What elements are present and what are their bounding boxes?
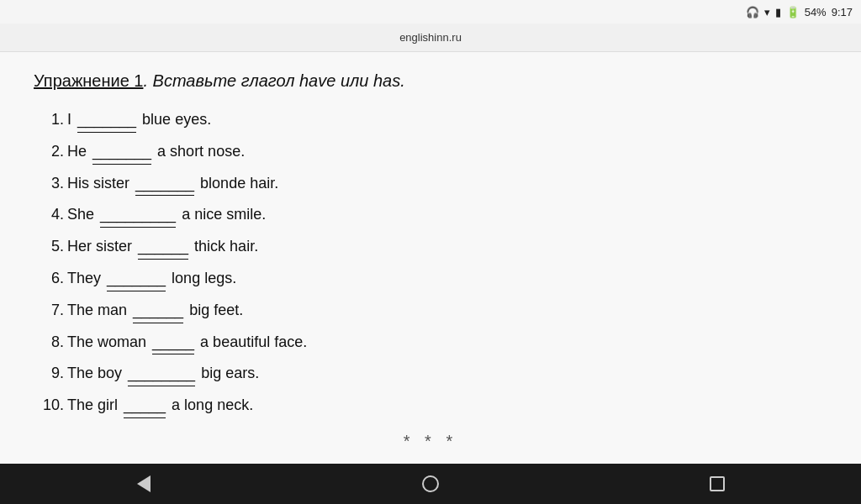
list-item: 2.He _______ a short nose.	[34, 139, 827, 165]
list-item: 8.The woman _____ a beautiful face.	[34, 330, 827, 355]
url-text: englishinn.ru	[399, 31, 462, 44]
exercise-title: Упражнение 1. Вставьте глагол have или h…	[34, 69, 827, 92]
item-text: The woman _____ a beautiful face.	[67, 330, 307, 355]
item-text: His sister _______ blonde hair.	[67, 171, 278, 197]
item-text: Her sister ______ thick hair.	[67, 234, 258, 260]
list-item: 10.The girl _____ a long neck.	[34, 393, 827, 418]
blank-field: ________	[128, 361, 195, 386]
item-number: 2.	[34, 139, 64, 164]
item-number: 10.	[34, 393, 64, 417]
item-number: 9.	[34, 361, 64, 386]
list-item: 1.I _______ blue eyes.	[34, 108, 827, 133]
item-number: 8.	[34, 330, 64, 354]
list-item: 6.They _______ long legs.	[34, 266, 827, 291]
item-text: She _________ a nice smile.	[67, 202, 266, 228]
item-text: The boy ________ big ears.	[67, 361, 259, 386]
blank-field: _______	[107, 266, 166, 291]
back-button[interactable]	[129, 469, 159, 499]
divider: * * *	[34, 432, 827, 451]
home-icon	[422, 475, 439, 492]
item-number: 6.	[34, 266, 64, 291]
exercise-list: 1.I _______ blue eyes.2.He _______ a sho…	[34, 108, 827, 418]
home-button[interactable]	[415, 469, 446, 499]
status-bar: 🎧 ▾ ▮ 🔋 54% 9:17	[0, 0, 861, 24]
url-bar[interactable]: englishinn.ru	[0, 24, 861, 52]
blank-field: _______	[92, 139, 151, 165]
recents-icon	[710, 476, 725, 491]
list-item: 5.Her sister ______ thick hair.	[34, 234, 827, 260]
exercise-title-underline: Упражнение 1	[34, 71, 143, 90]
item-number: 7.	[34, 298, 64, 323]
time-display: 9:17	[832, 6, 853, 18]
exercise-title-body: . Вставьте глагол have или has.	[143, 71, 404, 90]
item-text: The girl _____ a long neck.	[67, 393, 253, 418]
list-item: 3.His sister _______ blonde hair.	[34, 171, 827, 197]
back-icon	[137, 475, 151, 492]
blank-field: ______	[138, 234, 188, 260]
item-number: 1.	[34, 108, 64, 132]
item-text: He _______ a short nose.	[67, 139, 245, 165]
battery-icon: 🔋	[786, 6, 800, 18]
list-item: 9.The boy ________ big ears.	[34, 361, 827, 386]
item-number: 5.	[34, 234, 64, 259]
blank-field: _____	[152, 330, 194, 355]
main-content: Упражнение 1. Вставьте глагол have или h…	[0, 52, 861, 464]
blank-field: _______	[77, 108, 136, 133]
item-text: The man ______ big feet.	[67, 298, 243, 323]
list-item: 7.The man ______ big feet.	[34, 298, 827, 323]
item-text: I _______ blue eyes.	[67, 108, 211, 133]
blank-field: _______	[135, 171, 194, 197]
list-item: 4.She _________ a nice smile.	[34, 202, 827, 228]
battery-percent: 54%	[805, 6, 827, 18]
blank-field: _____	[124, 393, 166, 418]
headphone-icon: 🎧	[746, 6, 759, 18]
signal-icon: ▮	[775, 6, 781, 18]
nav-bar	[0, 464, 861, 504]
item-number: 4.	[34, 202, 64, 227]
item-number: 3.	[34, 171, 64, 196]
wifi-icon: ▾	[764, 6, 770, 18]
item-text: They _______ long legs.	[67, 266, 236, 291]
blank-field: ______	[133, 298, 183, 323]
blank-field: _________	[100, 202, 176, 228]
recents-button[interactable]	[702, 469, 732, 499]
